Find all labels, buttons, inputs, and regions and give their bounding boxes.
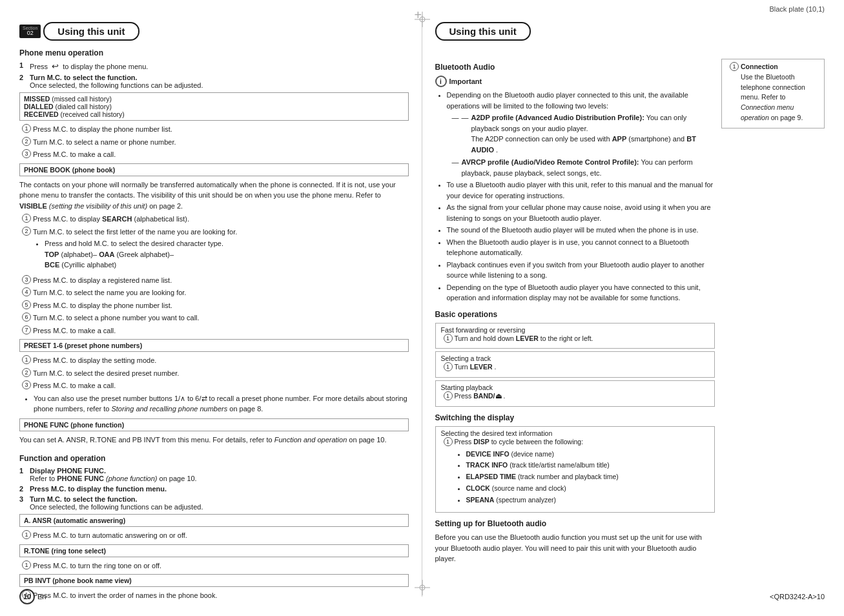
- select-sub: 1 Turn LEVER .: [444, 362, 710, 373]
- switch-display-heading: Switching the display: [435, 413, 715, 422]
- start-sub: 1 Press BAND/⏏ .: [444, 391, 710, 402]
- rtone-box: R.TONE (ring tone select): [19, 544, 409, 557]
- sub-step-3: 3 Press M.C. to make a call.: [22, 149, 409, 160]
- page-content: Section 02 Using this unit Phone menu op…: [0, 15, 844, 597]
- fast-sub: 1 Turn and hold down LEVER to the right …: [444, 334, 710, 344]
- step2-label: Turn M.C. to select the function.: [30, 74, 138, 81]
- received-desc: (received call history): [61, 110, 125, 118]
- product-code: <QRD3242-A>10: [770, 593, 825, 601]
- bt-bullet-2: To use a Bluetooth audio player with thi…: [447, 180, 715, 201]
- rtone-step-1: 1 Press M.C. to turn the ring tone on or…: [22, 560, 409, 571]
- missed-box: MISSED (missed call history) DIALLED (di…: [19, 92, 409, 121]
- step2-desc: Once selected, the following functions c…: [30, 81, 203, 89]
- func-step-2: 2 Press M.C. to display the function men…: [19, 485, 409, 493]
- setting-up-desc: Before you can use the Bluetooth audio f…: [435, 532, 715, 564]
- disp-item-2: ELAPSED TIME (track number and playback …: [466, 472, 710, 482]
- disp-item-0: DEVICE INFO (device name): [466, 449, 710, 460]
- preset-box: PRESET 1-6 (preset phone numbers): [19, 339, 409, 352]
- fast-label: Fast forwarding or reversing: [441, 326, 710, 334]
- step1b-text: to display the phone menu.: [63, 63, 148, 70]
- bt-bullet-1: Depending on the Bluetooth audio player …: [447, 90, 715, 178]
- step-1: 1 Press ↩ to display the phone menu.: [19, 61, 409, 71]
- right-two-col: Bluetooth Audio i Important Depending on…: [435, 56, 825, 567]
- switch-sub: 1 Press DISP to cycle between the follow…: [444, 437, 710, 508]
- select-track-box: Selecting a track 1 Turn LEVER .: [435, 351, 715, 378]
- received-label: RECEIVED: [24, 110, 59, 118]
- important-icon: i: [435, 76, 447, 87]
- fast-forward-box: Fast forwarding or reversing 1 Turn and …: [435, 323, 715, 349]
- bt-bullet-5: When the Bluetooth audio player is in us…: [447, 237, 715, 258]
- disp-item-1: TRACK INFO (track title/artist name/albu…: [466, 460, 710, 471]
- ps-bullet: You can also use the preset number butto…: [34, 393, 409, 415]
- pbinvt-box: PB INVT (phone book name view): [19, 574, 409, 587]
- sub3-text: Press M.C. to make a call.: [33, 149, 409, 160]
- pb-step-1: 1 Press M.C. to display SEARCH (alphabet…: [22, 214, 409, 225]
- function-heading: Function and operation: [19, 454, 409, 463]
- pb-step-7: 7 Press M.C. to make a call.: [22, 325, 409, 336]
- pb-step-6: 6 Turn M.C. to select a phone number you…: [22, 313, 409, 323]
- connection-step: 1 Connection Use the Bluetooth telephone…: [730, 62, 819, 123]
- phone-func-box-label: PHONE FUNC (phone function): [24, 421, 124, 429]
- preset-box-label: PRESET 1-6 (preset phone numbers): [24, 342, 142, 349]
- bt-bullet-7: Depending on the type of Bluetooth audio…: [447, 282, 715, 303]
- dialled-label: DIALLED: [24, 103, 54, 110]
- bt-dash-2: — AVRCP profile (Audio/Video Remote Cont…: [452, 157, 715, 178]
- start-label: Starting playback: [441, 384, 710, 391]
- sub-step-2: 2 Turn M.C. to select a name or phone nu…: [22, 137, 409, 148]
- phone-func-box: PHONE FUNC (phone function): [19, 418, 409, 431]
- disp-item-3: CLOCK (source name and clock): [466, 484, 710, 494]
- pb-step-3: 3 Press M.C. to display a registered nam…: [22, 275, 409, 286]
- ansr-box-label: A. ANSR (automatic answering): [24, 517, 125, 524]
- switch-display-box: Selecting the desired text information 1…: [435, 426, 715, 513]
- func-step-3: 3 Turn M.C. to select the function. Once…: [19, 495, 409, 511]
- phone-func-desc: You can set A. ANSR, R.TONE and PB INVT …: [19, 435, 409, 446]
- right-main: Bluetooth Audio i Important Depending on…: [435, 56, 715, 567]
- crosshair-bottom: [415, 580, 430, 597]
- select-label: Selecting a track: [441, 354, 710, 362]
- right-section-title: Using this unit: [435, 22, 531, 41]
- phonebook-box-label: PHONE BOOK (phone book): [24, 166, 115, 174]
- bt-bullet-4: The sound of the Bluetooth audio player …: [447, 225, 715, 236]
- disp-item-4: SPEANA (spectrum analyzer): [466, 495, 710, 506]
- section-badge: Section 02: [19, 25, 41, 39]
- page-num-row: 10 En: [19, 589, 46, 604]
- left-section-title: Using this unit: [43, 22, 139, 41]
- important-row: i Important: [435, 76, 715, 87]
- missed-desc: (missed call history): [52, 95, 112, 103]
- bt-bullet-6: Playback continues even if you switch fr…: [447, 260, 715, 281]
- language-label: En: [37, 593, 46, 601]
- crosshair-top: [415, 12, 430, 27]
- step-2: 2 Turn M.C. to select the function. Once…: [19, 74, 409, 89]
- section-num: 02: [27, 30, 34, 37]
- right-column: Using this unit Bluetooth Audio i Import…: [422, 15, 845, 597]
- switch-desc: Selecting the desired text information: [441, 429, 710, 437]
- basic-ops-heading: Basic operations: [435, 310, 715, 319]
- section-header: Section 02 Using this unit: [19, 22, 409, 41]
- setting-up-heading: Setting up for Bluetooth audio: [435, 519, 715, 528]
- sub-step-1: 1 Press M.C. to display the phone number…: [22, 124, 409, 135]
- ansr-box: A. ANSR (automatic answering): [19, 514, 409, 527]
- left-column: Section 02 Using this unit Phone menu op…: [0, 15, 422, 597]
- page-number: 10: [23, 593, 31, 601]
- bluetooth-heading: Bluetooth Audio: [435, 63, 715, 72]
- bluetooth-bullets: Depending on the Bluetooth audio player …: [447, 90, 715, 303]
- sub1-text: Press M.C. to display the phone number l…: [33, 124, 409, 135]
- right-sidebar: 1 Connection Use the Bluetooth telephone…: [721, 56, 825, 567]
- pb-step-4: 4 Turn M.C. to select the name you are l…: [22, 287, 409, 298]
- black-plate-label: Black plate (10,1): [769, 5, 825, 13]
- step1-text: Press: [30, 63, 48, 70]
- rtone-box-label: R.TONE (ring tone select): [24, 547, 106, 555]
- start-playback-box: Starting playback 1 Press BAND/⏏ .: [435, 380, 715, 407]
- phonebook-box: PHONE BOOK (phone book): [19, 163, 409, 176]
- bt-dash-1: — A2DP profile (Advanced Audio Distribut…: [452, 112, 715, 155]
- phone-menu-heading: Phone menu operation: [19, 48, 409, 57]
- ps-step-2: 2 Turn M.C. to select the desired preset…: [22, 368, 409, 379]
- ps-step-3: 3 Press M.C. to make a call.: [22, 380, 409, 391]
- sub2-text: Turn M.C. to select a name or phone numb…: [33, 137, 409, 148]
- important-label: Important: [449, 77, 482, 85]
- pbinvt-box-label: PB INVT (phone book name view): [24, 577, 132, 584]
- dialled-desc: (dialed call history): [55, 103, 112, 110]
- phonebook-desc: The contacts on your phone will normally…: [19, 180, 409, 212]
- connection-box: 1 Connection Use the Bluetooth telephone…: [721, 59, 825, 128]
- func-step-1: 1 Display PHONE FUNC. Refer to PHONE FUN…: [19, 467, 409, 482]
